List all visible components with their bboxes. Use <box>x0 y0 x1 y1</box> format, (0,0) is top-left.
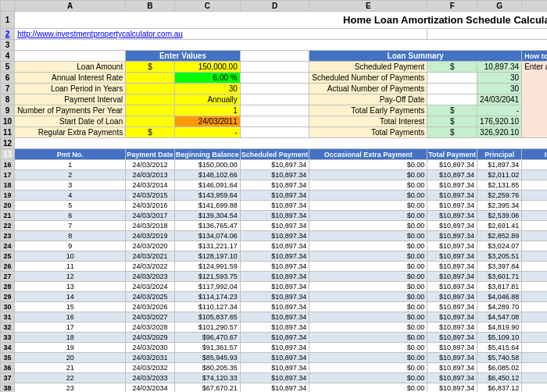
input-dollar-0: $ <box>126 62 175 73</box>
summary-value-5: 176,920.10 <box>477 116 522 127</box>
input-value-2[interactable]: 30 <box>174 84 240 94</box>
table-row: 24924/03/2020$131,221.17$10,897.34$0.00$… <box>1 241 548 251</box>
col-D: D <box>240 1 309 12</box>
input-label-0: Loan Amount <box>15 62 126 73</box>
input-row-0: 5 Loan Amount $ 150,000.00 Scheduled Pay… <box>1 62 548 73</box>
title-row: 1 Home Loan Amortization Schedule Calcul… <box>1 12 548 29</box>
table-row: 251024/03/2021$128,197.10$10,897.34$0.00… <box>1 251 548 262</box>
summary-label-0: Scheduled Payment <box>309 62 427 73</box>
summary-value-2: 30 <box>477 84 522 94</box>
th-sched-pay: Scheduled Payment <box>240 149 309 160</box>
url-row: 2 http://www.investmentpropertycalculato… <box>1 29 548 40</box>
table-row: 271224/03/2023$121,593.75$10,897.34$0.00… <box>1 272 548 282</box>
summary-value-3: 24/03/2041 <box>477 94 522 105</box>
col-E: E <box>309 1 427 12</box>
table-row: 23824/03/2019$134,074.06$10,897.34$0.00$… <box>1 231 548 241</box>
table-row: 261124/03/2022$124,991.59$10,897.34$0.00… <box>1 262 548 272</box>
table-row: 22724/03/2018$136,765.47$10,897.34$0.00$… <box>1 221 548 231</box>
input-value-3[interactable]: Annually <box>174 94 240 105</box>
table-row: 291424/03/2025$114,174.23$10,897.34$0.00… <box>1 292 548 302</box>
input-value-6[interactable]: - <box>174 127 240 138</box>
table-row: 20524/03/2016$141,699.88$10,897.34$0.00$… <box>1 201 548 211</box>
table-row: 382324/03/2034$67,670.21$10,897.34$0.00$… <box>1 383 548 393</box>
col-A: A <box>15 1 126 12</box>
how-to-header: How to Use: <box>522 51 547 62</box>
summary-dollar-6: $ <box>427 127 477 138</box>
table-row: 281324/03/2024$117,992.04$10,897.34$0.00… <box>1 282 548 292</box>
summary-label-4: Total Early Payments <box>309 105 427 116</box>
input-row-4: 9 Number of Payments Per Year 1 Total Ea… <box>1 105 548 116</box>
col-H: H <box>522 1 547 12</box>
summary-value-0: 10,897.34 <box>477 62 522 73</box>
enter-values-header: Enter Values <box>126 51 241 62</box>
input-row-6: 11 Regular Extra Payments $ - Total Paym… <box>1 127 548 138</box>
input-row-5: 10 Start Date of Loan 24/03/2011 Total I… <box>1 116 548 127</box>
how-to-text: Enter a value in all Yellow cells. Pleas… <box>522 62 547 138</box>
loan-summary-header: Loan Summary <box>309 51 522 62</box>
table-row: 362124/03/2032$80,205.35$10,897.34$0.00$… <box>1 363 548 373</box>
page-title: Home Loan Amortization Schedule Calculat… <box>15 12 547 29</box>
table-row: 341924/03/2030$91,361.57$10,897.34$0.00$… <box>1 343 548 353</box>
col-G: G <box>477 1 522 12</box>
input-value-1[interactable]: 6.00 % <box>174 73 240 84</box>
input-label-6: Regular Extra Payments <box>15 127 126 138</box>
table-row: 17224/03/2013$148,102.66$10,897.34$0.00$… <box>1 170 548 180</box>
input-dollar-6: $ <box>126 127 175 138</box>
copyright-cell: © 2008-2009 Patrick Shi <box>427 29 547 40</box>
input-row-1: 6 Annual Interest Rate 6.00 % Scheduled … <box>1 73 548 84</box>
input-value-5[interactable]: 24/03/2011 <box>174 116 240 127</box>
th-total-pay: Total Payment <box>427 149 477 160</box>
summary-label-2: Actual Number of Payments <box>309 84 427 94</box>
table-row: 21624/03/2017$139,304.54$10,897.34$0.00$… <box>1 211 548 221</box>
th-beg-bal: Beginning Balance <box>174 149 240 160</box>
table-row: 311624/03/2027$105,837.65$10,897.34$0.00… <box>1 312 548 323</box>
th-pmt-no: Pmt No. <box>15 149 126 160</box>
summary-value-6: 326,920.10 <box>477 127 522 138</box>
table-row: 372224/03/2033$74,120.33$10,897.34$0.00$… <box>1 373 548 383</box>
table-row: 18324/03/2014$146,091.64$10,897.34$0.00$… <box>1 180 548 191</box>
summary-label-6: Total Payments <box>309 127 427 138</box>
table-row: 321724/03/2028$101,290.57$10,897.34$0.00… <box>1 323 548 333</box>
col-letters-row: A B C D E F G H I J K <box>1 1 548 12</box>
input-label-5: Start Date of Loan <box>15 116 126 127</box>
spreadsheet: A B C D E F G H I J K 1 Home Loan Amorti… <box>0 0 547 392</box>
table-row: 16124/03/2012$150,000.00$10,897.34$0.00$… <box>1 160 548 170</box>
input-value-0[interactable]: 150,000.00 <box>174 62 240 73</box>
th-date: Payment Date <box>126 149 175 160</box>
table-row: 301524/03/2026$110,127.34$10,897.34$0.00… <box>1 302 548 312</box>
summary-dollar-0: $ <box>427 62 477 73</box>
input-label-3: Payment Interval <box>15 94 126 105</box>
table-row: 19424/03/2015$143,959.64$10,897.34$0.00$… <box>1 191 548 201</box>
summary-value-1: 30 <box>477 73 522 84</box>
input-label-1: Annual Interest Rate <box>15 73 126 84</box>
col-F: F <box>427 1 477 12</box>
summary-label-5: Total Interest <box>309 116 427 127</box>
blank-row-3: 3 <box>1 40 548 51</box>
th-extra-pay: Occasional Extra Payment <box>309 149 427 160</box>
summary-dollar-4: $ <box>427 105 477 116</box>
input-value-4[interactable]: 1 <box>174 105 240 116</box>
blank-row-12: 12 <box>1 138 548 149</box>
th-principal: Principal <box>477 149 522 160</box>
summary-label-1: Scheduled Number of Payments <box>309 73 427 84</box>
input-row-3: 8 Payment Interval Annually Pay-Off Date… <box>1 94 548 105</box>
input-label-2: Loan Period in Years <box>15 84 126 94</box>
table-col-header-row: 13 Pmt No. Payment Date Beginning Balanc… <box>1 149 548 160</box>
input-label-4: Number of Payments Per Year <box>15 105 126 116</box>
input-row-2: 7 Loan Period in Years 30 Actual Number … <box>1 84 548 94</box>
summary-value-4: - <box>477 105 522 116</box>
summary-dollar-5: $ <box>427 116 477 127</box>
col-C: C <box>174 1 240 12</box>
col-B: B <box>126 1 175 12</box>
section-headers-row: 4 Enter Values Loan Summary How to Use: <box>1 51 548 62</box>
summary-label-3: Pay-Off Date <box>309 94 427 105</box>
url-cell[interactable]: http://www.investmentpropertycalculator.… <box>15 29 427 40</box>
table-row: 331824/03/2029$96,470.67$10,897.34$0.00$… <box>1 333 548 343</box>
table-row: 352024/03/2031$85,945.93$10,897.34$0.00$… <box>1 353 548 363</box>
th-interest: Interest <box>522 149 547 160</box>
